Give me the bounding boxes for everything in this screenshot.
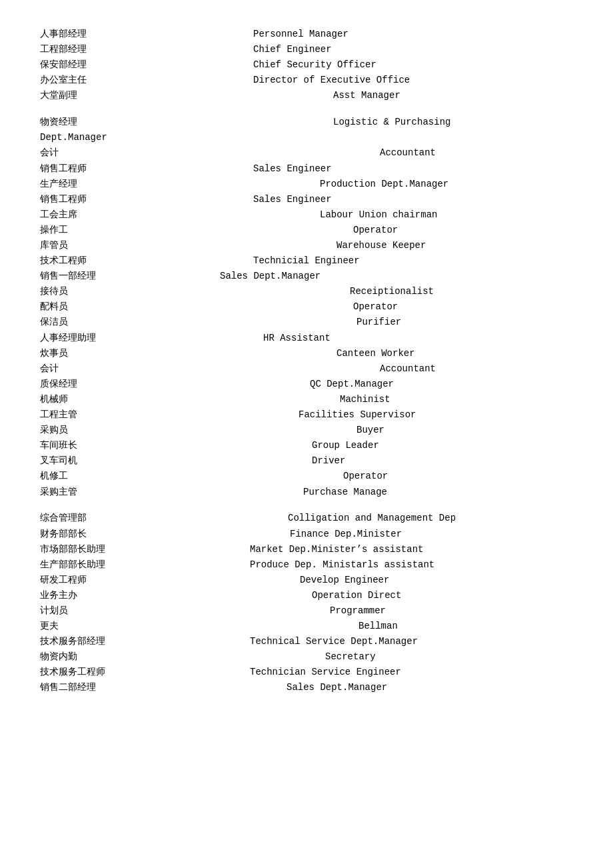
english-label: Logistic & Purchasing [133, 115, 450, 130]
chinese-label: 工程主管 [40, 407, 133, 423]
english-label: HR Assistant [133, 331, 330, 346]
list-item: 工会主席Labour Union chairman [40, 207, 573, 223]
list-item: 市场部部长助理Market Dep.Minister’s assistant [40, 542, 573, 557]
list-item: 会计Accountant [40, 361, 573, 377]
chinese-label: 配料员 [40, 299, 133, 315]
english-label: Operator [133, 299, 398, 315]
chinese-label: 物资内勤 [40, 649, 133, 665]
english-label: Warehouse Keeper [133, 238, 426, 253]
list-item: 人事经理助理HR Assistant [40, 331, 573, 346]
chinese-label: 车间班长 [40, 438, 133, 453]
row-spacer [40, 103, 573, 115]
chinese-label: 人事部经理 [40, 27, 133, 42]
list-item: 配料员Operator [40, 299, 573, 315]
list-item: 机械师Machinist [40, 392, 573, 407]
chinese-label: 业务主办 [40, 588, 133, 603]
list-item: 机修工Operator [40, 469, 573, 484]
list-item: 库管员Warehouse Keeper [40, 238, 573, 253]
chinese-label: 保洁员 [40, 315, 133, 330]
list-item: 业务主办Operation Direct [40, 588, 573, 603]
english-label: Operator [133, 469, 388, 484]
list-item: 技术服务部经理Technical Service Dept.Manager [40, 634, 573, 649]
chinese-label: 销售工程师 [40, 161, 133, 177]
chinese-label: Dept.Manager [40, 130, 133, 145]
list-item: 生产部部长助理Produce Dep. Ministarls assistant [40, 557, 573, 573]
english-label: Technician Service Engineer [133, 665, 401, 680]
english-label: QC Dept.Manager [133, 377, 394, 392]
chinese-label: 市场部部长助理 [40, 542, 133, 557]
chinese-label: 采购主管 [40, 485, 133, 500]
chinese-label: 质保经理 [40, 377, 133, 392]
chinese-label: 生产部部长助理 [40, 557, 133, 573]
english-label: Buyer [133, 423, 384, 438]
list-item: 财务部部长Finance Dep.Minister [40, 527, 573, 542]
chinese-label: 库管员 [40, 238, 133, 253]
chinese-label: 办公室主任 [40, 73, 133, 88]
chinese-label: 财务部部长 [40, 527, 133, 542]
english-label: Develop Engineer [133, 573, 389, 588]
list-item: 会计Accountant [40, 145, 573, 161]
english-label: Receiptionalist [133, 284, 434, 299]
list-item: 操作工Operator [40, 223, 573, 238]
english-label: Purchase Manage [133, 485, 387, 500]
list-item: 保洁员Purifier [40, 315, 573, 330]
list-item: 生产经理Production Dept.Manager [40, 177, 573, 192]
english-label: Driver [133, 453, 345, 469]
chinese-label: 技术服务部经理 [40, 634, 133, 649]
main-content: 人事部经理Personnel Manager工程部经理Chief Enginee… [40, 27, 573, 696]
chinese-label: 会计 [40, 361, 133, 377]
list-item: 销售工程师Sales Engineer [40, 161, 573, 177]
chinese-label: 研发工程师 [40, 573, 133, 588]
chinese-label: 销售工程师 [40, 192, 133, 207]
english-label: Technicial Engineer [133, 253, 360, 269]
chinese-label: 技术服务工程师 [40, 665, 133, 680]
english-label: Operation Direct [133, 588, 401, 603]
english-label: Chief Security Officer [133, 57, 376, 73]
list-item: 办公室主任Director of Executive Office [40, 73, 573, 88]
chinese-label: 销售一部经理 [40, 269, 133, 284]
chinese-label: 会计 [40, 145, 133, 161]
english-label: Group Leader [133, 438, 379, 453]
chinese-label: 工程部经理 [40, 42, 133, 57]
list-item: 工程主管Facilities Supervisor [40, 407, 573, 423]
chinese-label: 生产经理 [40, 177, 133, 192]
list-item: 综合管理部Colligation and Management Dep [40, 511, 573, 526]
list-item: 工程部经理Chief Engineer [40, 42, 573, 57]
list-item: 采购主管Purchase Manage [40, 485, 573, 500]
chinese-label: 人事经理助理 [40, 331, 133, 346]
english-label: Sales Dept.Manager [133, 269, 320, 284]
list-item: 炊事员Canteen Worker [40, 346, 573, 361]
chinese-label: 机械师 [40, 392, 133, 407]
chinese-label: 采购员 [40, 423, 133, 438]
list-item: 技术服务工程师Technician Service Engineer [40, 665, 573, 680]
chinese-label: 接待员 [40, 284, 133, 299]
english-label: Accountant [133, 145, 436, 161]
list-item: 接待员Receiptionalist [40, 284, 573, 299]
chinese-label: 销售二部经理 [40, 680, 133, 695]
list-item: 销售二部经理Sales Dept.Manager [40, 680, 573, 695]
chinese-label: 叉车司机 [40, 453, 133, 469]
chinese-label: 炊事员 [40, 346, 133, 361]
list-item: 销售工程师Sales Engineer [40, 192, 573, 207]
english-label: Machinist [133, 392, 390, 407]
chinese-label: 综合管理部 [40, 511, 133, 526]
list-item: 叉车司机Driver [40, 453, 573, 469]
english-label: Technical Service Dept.Manager [133, 634, 418, 649]
chinese-label: 技术工程师 [40, 253, 133, 269]
english-label: Asst Manager [133, 88, 400, 103]
english-label: Sales Dept.Manager [133, 680, 387, 695]
english-label: Secretary [133, 649, 376, 665]
english-label: Personnel Manager [133, 27, 348, 42]
english-label: Director of Executive Office [133, 73, 410, 88]
list-item: 更夫Bellman [40, 619, 573, 634]
english-label: Finance Dep.Minister [133, 527, 402, 542]
list-item: 计划员Programmer [40, 603, 573, 619]
english-label: Labour Union chairman [133, 207, 437, 223]
list-item: 物资内勤Secretary [40, 649, 573, 665]
list-item: 车间班长Group Leader [40, 438, 573, 453]
english-label: Operator [133, 223, 398, 238]
list-item: 采购员Buyer [40, 423, 573, 438]
english-label: Production Dept.Manager [133, 177, 448, 192]
chinese-label: 机修工 [40, 469, 133, 484]
list-item: 人事部经理Personnel Manager [40, 27, 573, 42]
